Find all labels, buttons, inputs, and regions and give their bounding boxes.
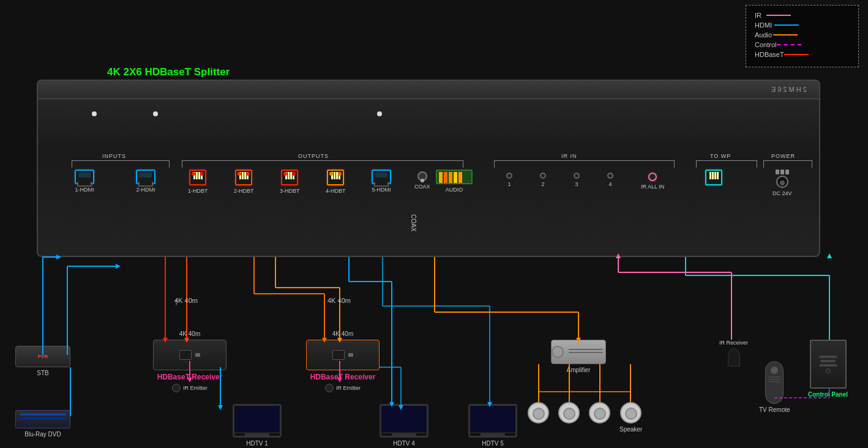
svg-marker-53 [218,405,223,410]
port-2hdmi: 2-HDMI [136,170,155,193]
rj45-1 [189,170,206,185]
device-stb: PVR STB [15,346,70,376]
inputs-label: INPUTS [102,153,126,159]
device-hdtv4: HDTV 4 [380,404,428,447]
ir-emitter-2: IR Emitter [325,384,361,392]
ir-receiver-shape [728,348,740,367]
speaker-box-1 [528,402,549,424]
hdbast1-label: HDBaseT Receiver [157,373,223,381]
tv-box-1 [233,404,282,438]
ir-port-allin: IR ALL IN [641,173,664,190]
device-speaker-4: Speaker [619,402,642,433]
ir-receiver-top-label: IR Receiver [719,340,748,346]
port-2hdmi-label: 2-HDMI [137,187,155,193]
ir-hole-1 [506,173,512,179]
amplifier-label: Amplifier [567,367,591,373]
bracket-outputs [182,160,463,168]
ir-emitter-1: IR Emitter [172,384,208,392]
hdtv5-label: HDTV 5 [482,440,504,447]
port-1hdbt: 1-HDBT [188,170,208,194]
port-4hdbt-label: 4-HDBT [326,188,346,194]
hdbast2-label: HDBaseT Receiver [310,373,376,381]
tv-box-4 [380,404,428,438]
chassis-top-bar: 2HM26E [38,81,819,99]
device-tv-remote: TV Remote [759,361,790,413]
tv-remote-label: TV Remote [759,406,790,413]
bracket-power [763,160,812,168]
rj45-2 [235,170,252,185]
ir-port-1: 1 [506,173,512,187]
chassis: 2HM26E INPUTS OUTPUTS IR IN TO WP POWER … [37,80,820,257]
distance-label-1: 4K 40m [174,297,198,304]
legend-hdbaset: HDBaseT [755,51,850,58]
tv-box-5 [468,404,517,438]
port-2hdbt: 2-HDBT [234,170,254,194]
diagram-container: IR HDMI Audio Control HDBaseT 4K 2X6 HDB… [0,0,868,448]
ir-4-label: 4 [608,181,612,187]
device-speaker-3 [589,402,610,424]
hdbast1-distance-label: 4K 40m [179,330,200,337]
product-name: 4K 2X6 HDBaseT Splitter [107,66,230,78]
svg-marker-45 [827,253,832,258]
device-hdtv5: HDTV 5 [468,404,517,447]
speaker-label: Speaker [619,426,642,433]
dot-3 [377,111,382,116]
device-ir-receiver: IR Receiver [719,340,748,367]
port-audio-label: AUDIO [446,187,463,193]
speaker-box-3 [589,402,610,424]
speaker-box-2 [558,402,580,424]
legend-control: Control [755,41,850,48]
hdbast-box-2 [306,340,380,370]
port-5hdmi-label: 5-HDMI [372,187,391,193]
port-audio: AUDIO [436,170,473,193]
port-5hdmi: 5-HDMI [372,170,391,193]
device-hdbast-1: 4K 40m HDBaseT Receiver IR Emitter [153,330,226,392]
ir-3-label: 3 [575,181,578,187]
ir-hole-4 [607,173,613,179]
ir-hole-allin [648,173,657,181]
stb-box: PVR [15,346,70,367]
device-hdbast-2: 4K 40m HDBaseT Receiver IR Emitter [306,330,380,392]
port-coax: COAX [414,171,430,190]
control-panel-label: Control Panel [808,391,848,398]
port-3hdbt: 3-HDBT [280,170,300,194]
rj45-3 [281,170,298,185]
control-panel-box [810,340,847,389]
bracket-irin [494,160,675,168]
svg-marker-5 [116,264,121,269]
ir-hole-3 [574,173,580,179]
port-coax-label: COAX [414,184,430,190]
power-label: POWER [771,153,795,159]
coax-connector [417,171,427,181]
hdbast2-distance-label: 4K 40m [332,330,353,337]
model-label: 2HM26E [769,86,807,93]
bracket-towp [696,160,757,168]
hdmi-connector-5 [372,170,391,184]
bluray-box [15,410,70,428]
remote-box [765,361,784,404]
port-2hdbt-label: 2-HDBT [234,188,254,194]
ir-port-3: 3 [574,173,580,187]
speaker-box-4 [620,402,642,424]
ir-port-2: 2 [540,173,546,187]
device-speaker-1 [528,402,549,424]
device-speaker-2 [558,402,580,424]
bracket-inputs [72,160,170,168]
outputs-label: OUTPUTS [298,153,329,159]
port-4hdbt: 4-HDBT [326,170,346,194]
port-1hdmi: 1-HDMI [75,170,94,193]
port-power-label: DC 24V [773,190,792,196]
ir-2-label: 2 [541,181,544,187]
device-bluray: Blu-Ray DVD [15,410,70,438]
port-power: DC 24V [773,170,792,196]
legend-box: IR HDMI Audio Control HDBaseT [746,5,859,67]
port-towp [705,170,722,188]
port-1hdbt-label: 1-HDBT [188,188,208,194]
legend-hdmi: HDMI [755,21,850,29]
hdtv4-label: HDTV 4 [393,440,415,447]
hdtv1-label: HDTV 1 [246,440,268,447]
rj45-4 [327,170,344,185]
rj45-wp [705,170,722,185]
ir-1-label: 1 [507,181,511,187]
bluray-label: Blu-Ray DVD [24,431,61,438]
